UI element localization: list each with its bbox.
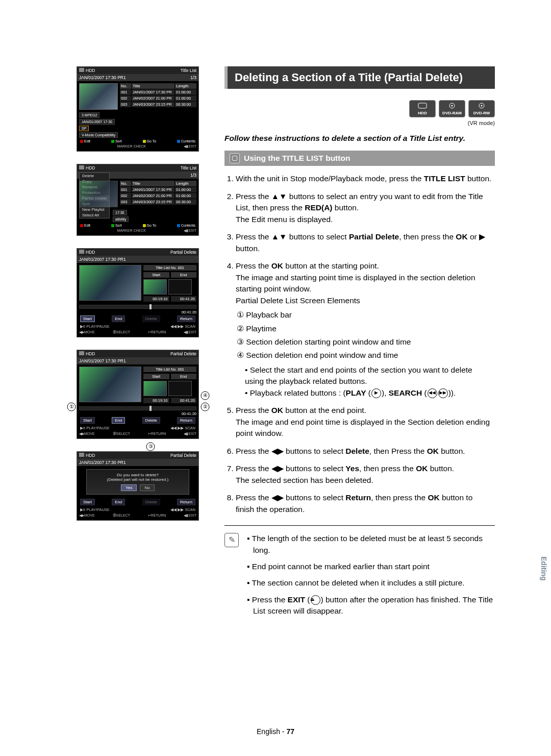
svg-point-2 xyxy=(452,105,453,106)
step-4: Press the OK button at the starting poin… xyxy=(236,260,493,399)
note-1: The length of the section to be deleted … xyxy=(247,533,495,556)
badge-dvd-rw: DVD-RW xyxy=(468,100,495,118)
screen-edit-menu: HDD Title List x 1/3 Delete Copy Rename … xyxy=(77,164,199,236)
menu-delete: Delete xyxy=(80,173,109,179)
screen-partial-delete-1: HDDPartial Delete JAN/01/2007 17:30 PR1 … xyxy=(77,248,199,337)
preview-thumb xyxy=(79,83,118,110)
exit-icon: ⏏ xyxy=(311,595,320,605)
step-7: Press the ◀▶ buttons to select Yes, then… xyxy=(236,463,493,486)
left-screenshot-column: HDD Title List JAN/01/2007 17:30 PR1 1/3… xyxy=(77,66,199,622)
step-5: Press the OK button at the end point.The… xyxy=(236,405,493,439)
step-1: With the unit in Stop mode/Playback mode… xyxy=(236,173,493,184)
col-title: Title xyxy=(132,83,174,89)
pd-end-btn: End xyxy=(112,315,125,322)
play-icon: ▶ xyxy=(371,388,381,398)
screen-title-list: HDD Title List JAN/01/2007 17:30 PR1 1/3… xyxy=(77,66,199,152)
note-icon: ✎ xyxy=(224,533,239,547)
note-2: End point cannot be marked earlier than … xyxy=(247,561,495,572)
search-rev-icon: ◀◀ xyxy=(428,388,437,398)
col-no: No. xyxy=(120,83,131,89)
using-title-label: Using the TITLE LIST button xyxy=(244,153,350,164)
menu-new-playlist: New Playlist xyxy=(80,207,109,212)
note-3: The section cannot be deleted when it in… xyxy=(247,577,495,589)
contents-btn: Contents xyxy=(176,139,196,143)
menu-select-all: Select All xyxy=(80,212,109,218)
vr-mode-note: (VR mode) xyxy=(224,119,495,128)
callout-4: ④ xyxy=(201,392,210,400)
elem-1: ① Playback bar xyxy=(237,309,493,321)
section-heading: Deleting a Section of a Title (Partial D… xyxy=(224,66,495,89)
step-6: Press the ◀▶ buttons to select Delete, t… xyxy=(236,446,493,457)
pd-return-btn: Return xyxy=(177,315,195,322)
right-content-column: Deleting a Section of a Title (Partial D… xyxy=(224,66,495,622)
lead-instruction: Follow these instructions to delete a se… xyxy=(224,133,495,144)
pd-start-btn: Start xyxy=(80,315,95,322)
steps-list: With the unit in Stop mode/Playback mode… xyxy=(224,173,495,515)
dialog-question: Do you want to delete? xyxy=(90,473,186,477)
step4-sub1: Select the start and end points of the s… xyxy=(245,364,493,387)
hdd-label: HDD xyxy=(86,68,95,73)
callout-3: ③ xyxy=(146,443,155,451)
sort-btn: Sort xyxy=(110,139,123,143)
pd-main-preview xyxy=(79,265,141,301)
elem-3: ③ Section deletion starting point window… xyxy=(237,336,493,348)
col-length: Length xyxy=(175,83,196,89)
disc-icon xyxy=(79,68,84,72)
page-footer: English - 77 xyxy=(0,727,551,736)
badge-dvd-ram: DVD-RAM xyxy=(439,100,465,118)
svg-point-4 xyxy=(481,105,483,106)
notes-block: ✎ The length of the section to be delete… xyxy=(224,533,495,622)
svg-rect-0 xyxy=(418,103,427,108)
elem-2: ② Playtime xyxy=(237,323,493,334)
elem-4: ④ Section deletion end point window and … xyxy=(237,350,493,361)
pd-start-thumb xyxy=(143,279,167,295)
step-2: Press the ▲▼ buttons to select an entry … xyxy=(236,191,493,225)
dialog-no: No xyxy=(140,484,154,491)
badge-hdd: HDD xyxy=(409,100,436,118)
using-title-bar: Using the TITLE LIST button xyxy=(224,151,495,166)
compat-badges: HDD DVD-RAM DVD-RW xyxy=(224,100,495,118)
callout-1: ① xyxy=(67,403,76,411)
note-4: Press the EXIT (⏏) button after the oper… xyxy=(247,594,495,617)
screen-delete-confirm: HDDPartial Delete JAN/01/2007 17:30 PR1 … xyxy=(77,451,199,521)
remote-icon xyxy=(230,153,240,163)
callout-2: ② xyxy=(201,403,210,411)
screen-partial-delete-annotated: HDDPartial Delete JAN/01/2007 17:30 PR1 … xyxy=(77,350,199,439)
delete-dialog: Do you want to delete? (Deleted part wil… xyxy=(86,469,189,495)
count-label: 1/3 xyxy=(190,75,196,80)
step-3: Press the ▲▼ buttons to select Partial D… xyxy=(236,231,493,254)
step-8: Press the ◀▶ buttons to select Return, t… xyxy=(236,492,493,515)
side-tab-editing: Editing xyxy=(540,556,548,580)
goto-btn: Go To xyxy=(142,139,158,143)
pd-delete-btn: Delete xyxy=(142,315,160,322)
pd-end-thumb xyxy=(168,279,192,295)
screen-title: Title List xyxy=(181,68,196,73)
dialog-warning: (Deleted part will not be restored.) xyxy=(90,477,186,482)
edit-btn: Edit xyxy=(79,139,91,143)
date-label: JAN/01/2007 17:30 PR1 xyxy=(79,75,126,80)
dialog-yes: Yes xyxy=(121,484,137,491)
search-fwd-icon: ▶▶ xyxy=(438,388,448,398)
step4-sub2: Playback related buttons : (PLAY (▶), SE… xyxy=(245,387,493,399)
